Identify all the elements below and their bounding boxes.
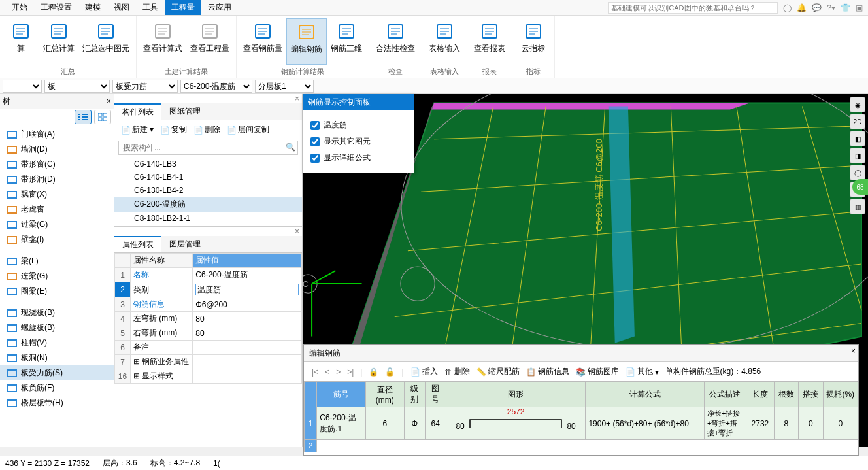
view-box-icon[interactable]: ◨ bbox=[850, 148, 865, 163]
nav-last[interactable]: >| bbox=[347, 367, 354, 377]
component-close-icon[interactable]: × bbox=[114, 94, 302, 103]
component-search-input[interactable] bbox=[118, 141, 298, 155]
nav-item-9[interactable]: 梁(L) bbox=[0, 254, 114, 269]
nav-item-1[interactable]: 墙洞(D) bbox=[0, 142, 114, 157]
nav-item-6[interactable]: 过梁(G) bbox=[0, 217, 114, 232]
delete-button[interactable]: 📄 删除 bbox=[191, 123, 223, 137]
layer-copy-button[interactable]: 📄 层间复制 bbox=[224, 123, 272, 137]
other-button[interactable]: 📄 其他 ▾ bbox=[626, 366, 659, 377]
search-icon[interactable]: 🔍 bbox=[286, 143, 295, 152]
prop-value[interactable]: C6-200-温度筋 bbox=[193, 268, 302, 282]
view-engqty-button[interactable]: 查看工程量 bbox=[186, 18, 233, 65]
nav-list-view-button[interactable] bbox=[75, 110, 92, 124]
nav-item-7[interactable]: 壁龛(I) bbox=[0, 232, 114, 247]
nav-item-16[interactable]: 板洞(N) bbox=[0, 350, 114, 365]
nav-item-17[interactable]: 板受力筋(S) bbox=[0, 365, 114, 380]
nav-item-18[interactable]: 板负筋(F) bbox=[0, 380, 114, 395]
nav-item-19[interactable]: 楼层板带(H) bbox=[0, 395, 114, 411]
nav-item-11[interactable]: 圈梁(E) bbox=[0, 284, 114, 299]
menu-project-settings[interactable]: 工程设置 bbox=[34, 0, 78, 15]
sum-calc-button[interactable]: 汇总计算 bbox=[39, 18, 78, 65]
legal-check-button[interactable]: 合法性检查 bbox=[372, 18, 419, 65]
delete-button[interactable]: 🗑 删除 bbox=[444, 366, 470, 377]
rebar-row-1[interactable]: 1 C6-200-温度筋.1 6 Φ 64 80 2572 80 1900+ (… bbox=[305, 407, 858, 440]
rebar-row-2[interactable]: 2 bbox=[305, 440, 858, 452]
rebar-check[interactable]: 显示其它图元 bbox=[310, 133, 406, 150]
view-settings-icon[interactable]: ▥ bbox=[850, 199, 865, 214]
chat-icon[interactable]: 💬 bbox=[812, 3, 822, 12]
user-icon[interactable]: ◯ bbox=[783, 3, 792, 12]
prop-value[interactable]: 80 bbox=[193, 326, 302, 341]
nav-prev[interactable]: < bbox=[325, 367, 329, 377]
shirt-icon[interactable]: 👕 bbox=[841, 3, 850, 12]
property-table[interactable]: 属性名称属性值 1名称C6-200-温度筋2类别3钢筋信息Φ6@2004左弯折 … bbox=[114, 253, 302, 384]
navigator-tree[interactable]: 门联窗(A)墙洞(D)带形窗(C)带形洞(D)飘窗(X)老虎窗过梁(G)壁龛(I… bbox=[0, 126, 114, 447]
nav-item-14[interactable]: 螺旋板(B) bbox=[0, 320, 114, 335]
menu-tools[interactable]: 工具 bbox=[136, 0, 165, 15]
nav-item-0[interactable]: 门联窗(A) bbox=[0, 127, 114, 142]
component-item[interactable]: C6-140-LB3 bbox=[114, 158, 302, 171]
selector-4[interactable]: 分层板1 bbox=[255, 80, 314, 93]
nav-next[interactable]: > bbox=[336, 367, 341, 377]
component-item[interactable]: C6-200-温度筋 bbox=[114, 197, 302, 212]
help-search-input[interactable] bbox=[608, 2, 778, 14]
unlock-icon[interactable]: 🔓 bbox=[385, 367, 395, 377]
view-orbit-icon[interactable]: ◉ bbox=[850, 97, 865, 112]
nav-item-4[interactable]: 飘窗(X) bbox=[0, 187, 114, 202]
calc-button[interactable]: 算 bbox=[3, 18, 39, 65]
checkbox[interactable] bbox=[310, 137, 320, 146]
nav-grid-view-button[interactable] bbox=[94, 110, 111, 124]
nav-item-2[interactable]: 带形窗(C) bbox=[0, 157, 114, 172]
property-close-icon[interactable]: × bbox=[114, 227, 302, 236]
prop-value[interactable] bbox=[193, 341, 302, 355]
edit-rebar-button[interactable]: 编辑钢筋 bbox=[286, 18, 327, 65]
rebar-check[interactable]: 温度筋 bbox=[310, 117, 406, 133]
prop-value[interactable]: Φ6@200 bbox=[193, 297, 302, 312]
selector-2[interactable]: 板受力筋 bbox=[112, 80, 178, 93]
nav-item-13[interactable]: 现浇板(B) bbox=[0, 305, 114, 320]
rebar-editor-close-icon[interactable]: × bbox=[851, 346, 856, 356]
table-input-button[interactable]: 表格输入 bbox=[425, 18, 464, 65]
prop-value[interactable] bbox=[193, 282, 302, 297]
nav-first[interactable]: |< bbox=[312, 367, 318, 377]
nav-item-10[interactable]: 连梁(G) bbox=[0, 269, 114, 284]
view-sphere-icon[interactable]: ◯ bbox=[850, 165, 865, 180]
view-report-button[interactable]: 查看报表 bbox=[470, 18, 509, 65]
tab-drawing-mgmt[interactable]: 图纸管理 bbox=[161, 103, 209, 120]
checkbox[interactable] bbox=[310, 154, 320, 163]
view-rebar-button[interactable]: 查看钢筋量 bbox=[239, 18, 286, 65]
component-item[interactable]: C6-130-LB4-2 bbox=[114, 184, 302, 197]
nav-item-15[interactable]: 柱帽(V) bbox=[0, 335, 114, 350]
tab-component-list[interactable]: 构件列表 bbox=[114, 103, 161, 120]
rebar-info-button[interactable]: 📋 钢筋信息 bbox=[526, 366, 569, 377]
menu-view[interactable]: 视图 bbox=[107, 0, 136, 15]
prop-value[interactable] bbox=[193, 369, 302, 384]
view-formula-button[interactable]: 查看计算式 bbox=[139, 18, 186, 65]
copy-button[interactable]: 📄 复制 bbox=[158, 123, 190, 137]
component-item[interactable]: C6-140-LB4-1 bbox=[114, 171, 302, 184]
scale-button[interactable]: 📏 缩尺配筋 bbox=[476, 366, 520, 377]
rebar-check[interactable]: 显示详细公式 bbox=[310, 150, 406, 166]
menu-quantity[interactable]: 工程量 bbox=[165, 0, 201, 15]
box-icon[interactable]: ▣ bbox=[856, 3, 863, 12]
component-list[interactable]: C6-140-LB3C6-140-LB4-1C6-130-LB4-2C6-200… bbox=[114, 156, 302, 226]
prop-value-input[interactable] bbox=[195, 284, 299, 295]
rebar-library-button[interactable]: 📚 钢筋图库 bbox=[576, 366, 619, 377]
prop-value[interactable]: 80 bbox=[193, 312, 302, 326]
view-cube-icon[interactable]: ◧ bbox=[850, 131, 865, 146]
nav-item-3[interactable]: 带形洞(D) bbox=[0, 172, 114, 187]
sum-select-button[interactable]: 汇总选中图元 bbox=[78, 18, 133, 65]
selector-0[interactable] bbox=[3, 80, 42, 93]
view-2d-button[interactable]: 2D bbox=[850, 114, 865, 129]
insert-button[interactable]: 📄 插入 bbox=[410, 366, 438, 377]
tab-layers[interactable]: 图层管理 bbox=[161, 236, 209, 252]
rebar-3d-button[interactable]: 钢筋三维 bbox=[327, 18, 366, 65]
bell-icon[interactable]: 🔔 bbox=[797, 3, 807, 12]
component-item[interactable]: C8-180-LB2-1-1 bbox=[114, 212, 302, 225]
checkbox[interactable] bbox=[310, 121, 320, 130]
rebar-table[interactable]: 筋号直径(mm)级别图号图形计算公式公式描述长度根数搭接损耗(%) 1 C6-2… bbox=[304, 381, 858, 452]
new-button[interactable]: 📄 新建 ▾ bbox=[118, 123, 156, 137]
menu-start[interactable]: 开始 bbox=[5, 0, 34, 15]
help-icon[interactable]: ?▾ bbox=[827, 3, 835, 12]
selector-3[interactable]: C6-200-温度筋 bbox=[180, 80, 252, 93]
